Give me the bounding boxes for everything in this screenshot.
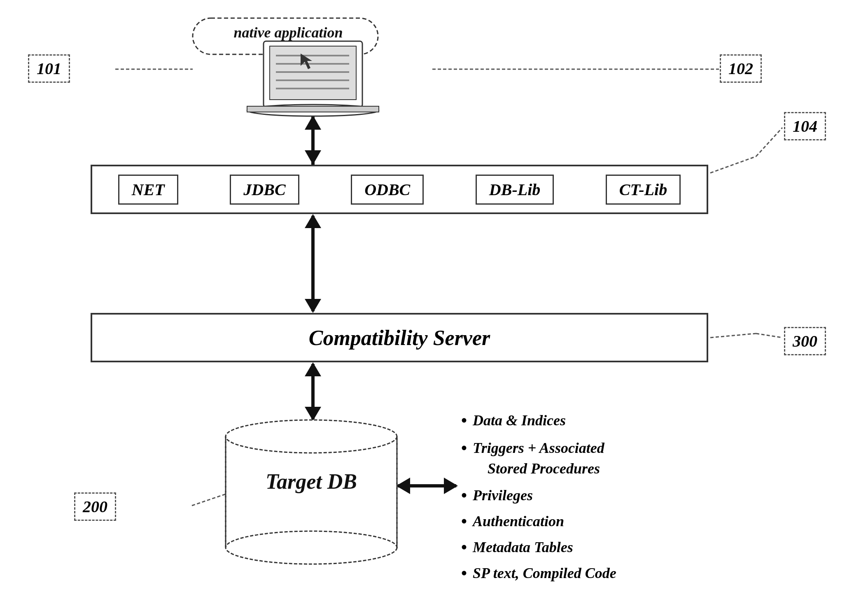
protocol-dblib: DB-Lib xyxy=(476,175,554,205)
bullet-item-4: Authentication xyxy=(461,513,616,531)
bullet-item-2: Triggers + Associated Stored Procedures xyxy=(461,438,616,479)
svg-line-27 xyxy=(756,128,782,156)
label-104: 104 xyxy=(784,112,826,140)
bullet-item-1: Data & Indices xyxy=(461,412,616,430)
svg-line-29 xyxy=(756,333,782,338)
protocol-net: NET xyxy=(118,175,178,205)
svg-point-33 xyxy=(226,531,397,564)
bullet-list: Data & Indices Triggers + Associated Sto… xyxy=(461,412,616,590)
target-db-label: Target DB xyxy=(242,469,380,494)
svg-line-30 xyxy=(192,494,226,506)
svg-rect-22 xyxy=(247,106,379,112)
speech-bubble-text: native application xyxy=(202,24,375,41)
svg-marker-10 xyxy=(305,362,321,376)
svg-marker-12 xyxy=(444,478,458,494)
label-102: 102 xyxy=(720,54,762,83)
diagram-svg xyxy=(0,0,868,611)
label-101: 101 xyxy=(28,54,70,83)
bullet-item-3: Privileges xyxy=(461,487,616,505)
svg-marker-6 xyxy=(305,299,321,313)
compat-server-box: Compatibility Server xyxy=(91,313,708,362)
svg-line-28 xyxy=(710,333,756,338)
svg-marker-9 xyxy=(305,407,321,421)
bullet-item-6: SP text, Compiled Code xyxy=(461,564,616,583)
diagram: native application 101 102 104 NET JDBC … xyxy=(0,0,868,611)
label-200: 200 xyxy=(74,492,116,521)
svg-marker-7 xyxy=(305,214,321,228)
label-300: 300 xyxy=(784,327,826,355)
protocol-ctlib: CT-Lib xyxy=(606,175,681,205)
svg-line-26 xyxy=(710,156,756,173)
protocol-row: NET JDBC ODBC DB-Lib CT-Lib xyxy=(91,165,708,214)
protocol-odbc: ODBC xyxy=(351,175,424,205)
bullet-item-5: Metadata Tables xyxy=(461,539,616,557)
svg-point-32 xyxy=(226,420,397,453)
protocol-jdbc: JDBC xyxy=(230,175,299,205)
svg-marker-13 xyxy=(396,478,410,494)
